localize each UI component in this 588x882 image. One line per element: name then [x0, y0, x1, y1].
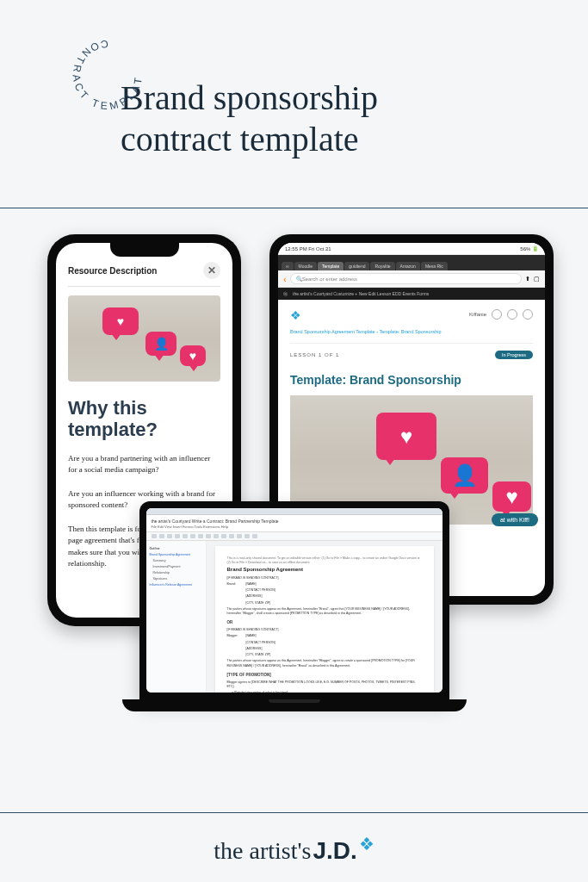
- lesson-title: Template: Brand Sponsorship: [290, 373, 533, 387]
- lesson-counter: LESSON 1 OF 1: [290, 352, 339, 357]
- device-mockups: Resource Description ✕ ♥ 👤 ♥ Why this te…: [0, 234, 588, 751]
- outline-item[interactable]: Brand Sponsorship Agreement: [150, 552, 202, 558]
- heart-bubble-icon: ♥: [180, 345, 206, 366]
- avatar[interactable]: [492, 309, 502, 320]
- title-line-1: Brand sponsorship: [121, 78, 378, 117]
- outline-item[interactable]: Influencer's Release Agreement: [150, 582, 202, 588]
- back-icon[interactable]: ‹: [283, 274, 287, 284]
- doc-section-heading: [TYPE OF PROMOTION]: [227, 673, 422, 679]
- browser-tab[interactable]: Royaltie: [370, 262, 394, 270]
- nav-icon[interactable]: [507, 309, 517, 320]
- share-icon[interactable]: ⬆: [525, 276, 530, 283]
- lesson-meta-row: LESSON 1 OF 1 In Progress: [290, 343, 533, 359]
- phone-modal-header: Resource Description ✕: [68, 262, 220, 287]
- splash-icon: ❖: [359, 834, 374, 854]
- outline-item[interactable]: Summary: [150, 558, 202, 564]
- user-bubble-icon: 👤: [145, 332, 176, 356]
- site-logo-icon[interactable]: ❖: [290, 308, 302, 320]
- browser-tab-strip: ∞ Moodle Template guidtend Royaltie Amaz…: [278, 255, 545, 270]
- tabs-icon[interactable]: ▢: [534, 276, 540, 283]
- address-placeholder: Search or enter address: [302, 276, 357, 282]
- doc-paragraph: The parties whose signatures appear on t…: [227, 607, 422, 617]
- outline-item[interactable]: Relationship: [150, 570, 202, 576]
- heart-bubble-icon: ♥: [492, 481, 531, 512]
- docs-outline-panel[interactable]: Outline Brand Sponsorship Agreement Summ…: [146, 541, 207, 693]
- svg-text:CONTRACT TEMPLATE: CONTRACT TEMPLATE: [55, 18, 145, 112]
- doc-or: OR: [227, 620, 422, 626]
- doc-field: [CITY, STATE ZIP]: [227, 601, 422, 606]
- laptop-mockup: the artist's Courtyard Write a Contract:…: [122, 501, 467, 711]
- phone-heading: Why this template?: [68, 397, 220, 441]
- wp-admin-bar: ⓦ the artist's Courtyard Customize + New…: [278, 288, 545, 300]
- status-time: 12:55 PM Fri Oct 21: [285, 246, 331, 252]
- brand-text-2: J.D.: [313, 837, 356, 865]
- browser-tab[interactable]: guidtend: [344, 262, 369, 270]
- brand-text-1: the artist's: [214, 837, 311, 865]
- doc-field: [ADDRESS]: [227, 647, 422, 651]
- heart-bubble-icon: ♥: [102, 307, 139, 335]
- doc-heading: Brand Sponsorship Agreement: [227, 566, 422, 574]
- status-battery: 56% 🔋: [520, 245, 538, 252]
- docs-menu-bar[interactable]: File Edit View Insert Format Tools Exten…: [152, 525, 437, 529]
- brand-logo: the artist's J.D. ❖: [214, 837, 374, 865]
- doc-field: Brand:[NAME]: [227, 582, 422, 587]
- doc-intro: This is a read-only shared document. To …: [227, 556, 422, 566]
- phone-modal-title: Resource Description: [68, 266, 157, 276]
- outline-heading: Outline: [150, 546, 202, 552]
- header-divider: [0, 208, 588, 208]
- browser-tab[interactable]: Moodle: [294, 262, 317, 270]
- nav-icon[interactable]: [523, 309, 533, 320]
- title-line-2: contract template: [121, 120, 359, 158]
- close-icon[interactable]: ✕: [203, 262, 220, 279]
- doc-field: [ADDRESS]: [227, 594, 422, 599]
- wp-admin-items[interactable]: the artist's Courtyard Customize + New E…: [293, 291, 429, 296]
- page-header: CONTRACT TEMPLATE Brand sponsorship cont…: [0, 0, 588, 186]
- search-icon: 🔍: [296, 276, 302, 282]
- browser-tab[interactable]: Template: [318, 262, 344, 270]
- doc-bullet: • [Detailed description of what is first…: [227, 691, 422, 693]
- doc-field: [CONTACT PERSON]: [227, 641, 422, 645]
- phone-hero-image: ♥ 👤 ♥: [68, 295, 220, 382]
- browser-tab[interactable]: Mesa Ric: [421, 262, 448, 270]
- docs-page-area: This is a read-only shared document. To …: [207, 541, 443, 693]
- browser-url-bar: ‹ 🔍 Search or enter address ⬆ ▢: [278, 270, 545, 288]
- doc-field: [CONTACT PERSON]: [227, 588, 422, 593]
- breadcrumb[interactable]: Brand Sponsorship Agreement Template › T…: [290, 329, 533, 334]
- doc-subheading: [IF BRAND IS SENDING CONTRACT]: [227, 628, 422, 632]
- user-name[interactable]: Kiffanie: [469, 312, 486, 317]
- laptop-frame: the artist's Courtyard Write a Contract:…: [139, 501, 449, 699]
- outline-item[interactable]: Investment/Payment: [150, 564, 202, 570]
- doc-subheading: [IF BRAND IS SENDING CONTRACT]: [227, 576, 422, 581]
- status-badge: In Progress: [495, 351, 533, 359]
- tablet-page-content: ❖ Kiffanie Brand Sponsorship Agreement T…: [278, 300, 545, 533]
- browser-tab[interactable]: ∞: [282, 262, 294, 270]
- outline-item[interactable]: Signatures: [150, 576, 202, 582]
- laptop-browser-chrome: [146, 508, 443, 515]
- wp-icon[interactable]: ⓦ: [283, 291, 288, 296]
- doc-field: Blogger:[NAME]: [227, 634, 422, 638]
- docs-toolbar[interactable]: [146, 532, 443, 541]
- laptop-screen: the artist's Courtyard Write a Contract:…: [146, 508, 443, 693]
- site-header-row: ❖ Kiffanie: [290, 308, 533, 320]
- doc-paragraph: The parties whose signatures appear on t…: [227, 659, 422, 668]
- docs-page[interactable]: This is a read-only shared document. To …: [215, 546, 434, 693]
- tablet-status-bar: 12:55 PM Fri Oct 21 56% 🔋: [278, 243, 545, 255]
- chat-label: at with Kiff!: [500, 517, 529, 523]
- docs-body: Outline Brand Sponsorship Agreement Summ…: [146, 541, 443, 693]
- doc-title: the artist's Courtyard Write a Contract:…: [152, 519, 437, 524]
- laptop-base: [122, 699, 467, 711]
- address-input[interactable]: 🔍 Search or enter address: [290, 273, 522, 284]
- footer-divider: [0, 812, 588, 813]
- phone-paragraph: Are you a brand partnering with an influ…: [68, 453, 220, 476]
- heart-bubble-icon: ♥: [376, 413, 436, 460]
- page-title: Brand sponsorship contract template: [121, 78, 545, 160]
- circular-badge: CONTRACT TEMPLATE: [60, 28, 155, 122]
- chat-widget[interactable]: at with Kiff!: [492, 513, 538, 526]
- docs-title-bar: the artist's Courtyard Write a Contract:…: [146, 515, 443, 532]
- doc-field: [CITY, STATE ZIP]: [227, 653, 422, 657]
- browser-tab[interactable]: Amazon: [396, 262, 420, 270]
- doc-paragraph: Blogger agrees to [DESCRIBE WHAT THE PRO…: [227, 680, 422, 690]
- phone-notch: [110, 243, 179, 257]
- user-bubble-icon: 👤: [441, 457, 488, 494]
